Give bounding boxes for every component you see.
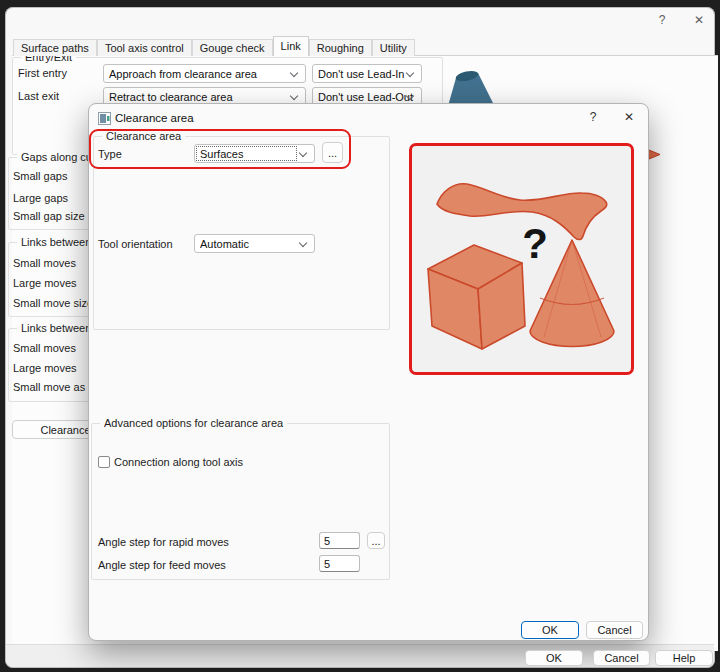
type-browse-button[interactable]: ... xyxy=(322,142,343,163)
small-gaps-label: Small gaps xyxy=(13,170,67,182)
tab-strip: Surface paths Tool axis control Gouge ch… xyxy=(13,39,415,56)
dialog-app-icon xyxy=(98,112,111,125)
dialog-close-icon[interactable]: ✕ xyxy=(621,109,637,125)
chevron-down-icon xyxy=(299,149,307,157)
tab-utility[interactable]: Utility xyxy=(372,39,415,56)
help-button[interactable]: Help xyxy=(655,650,713,666)
clearance-type-preview: ? ? xyxy=(409,143,634,375)
clearance-area-dialog: Clearance area ? ✕ Clearance area Type S… xyxy=(88,103,649,641)
large-gaps-label: Large gaps xyxy=(13,192,68,204)
window-help-icon[interactable]: ? xyxy=(654,12,670,28)
tab-tool-axis-control[interactable]: Tool axis control xyxy=(97,39,192,56)
small-moves-label: Small moves xyxy=(13,257,76,269)
tab-surface-paths[interactable]: Surface paths xyxy=(13,39,97,56)
tab-gouge-check[interactable]: Gouge check xyxy=(192,39,273,56)
chevron-down-icon xyxy=(290,69,298,77)
dialog-title: Clearance area xyxy=(115,112,194,124)
tool-orientation-dropdown[interactable]: Automatic xyxy=(194,234,315,253)
window-close-icon[interactable]: ✕ xyxy=(691,12,707,28)
angle-step-feed-input[interactable] xyxy=(319,555,360,572)
tool-preview-graphic xyxy=(448,68,498,104)
last-exit-value: Retract to clearance area xyxy=(109,91,251,103)
chevron-down-icon xyxy=(290,92,298,100)
focus-rect xyxy=(196,146,297,161)
type-dropdown[interactable]: Surfaces xyxy=(194,144,315,163)
angle-step-rapid-input[interactable] xyxy=(319,532,360,549)
clearance-area-group: Clearance area xyxy=(93,136,390,330)
cancel-button[interactable]: Cancel xyxy=(593,650,650,666)
ok-button[interactable]: OK xyxy=(525,650,583,666)
tab-roughing[interactable]: Roughing xyxy=(309,39,372,56)
type-label: Type xyxy=(98,148,122,160)
angle-step-feed-label: Angle step for feed moves xyxy=(98,559,226,571)
angle-step-browse-button[interactable]: ... xyxy=(367,532,385,549)
small-gap-size-label: Small gap size xyxy=(13,210,85,222)
first-entry-dropdown[interactable]: Approach from clearance area xyxy=(103,64,306,83)
chevron-down-icon xyxy=(299,239,307,247)
first-entry-label: First entry xyxy=(18,67,67,79)
last-exit-label: Last exit xyxy=(18,90,59,102)
dialog-ok-button[interactable]: OK xyxy=(521,621,579,639)
advanced-options-legend: Advanced options for clearance area xyxy=(100,417,287,429)
screen: ? ✕ Surface paths Tool axis control Goug… xyxy=(0,0,720,672)
first-entry-value: Approach from clearance area xyxy=(109,68,275,80)
gaps-legend: Gaps along cut xyxy=(17,151,99,163)
lead-in-dropdown[interactable]: Don't use Lead-In xyxy=(312,64,422,83)
question-mark-glyph: ? xyxy=(522,220,548,267)
small-move-size-label: Small move size xyxy=(13,297,93,309)
tool-orientation-label: Tool orientation xyxy=(98,238,173,250)
connection-along-tool-axis-label: Connection along tool axis xyxy=(114,456,243,468)
large-moves-label: Large moves xyxy=(13,277,77,289)
small-moves-label: Small moves xyxy=(13,342,76,354)
angle-step-rapid-label: Angle step for rapid moves xyxy=(98,536,229,548)
clearance-area-legend: Clearance area xyxy=(102,130,185,142)
connection-along-tool-axis-checkbox[interactable] xyxy=(98,456,110,468)
clearance-shapes-illustration: ? xyxy=(412,146,631,372)
large-moves-label: Large moves xyxy=(13,362,77,374)
dialog-cancel-button[interactable]: Cancel xyxy=(586,621,643,639)
dialog-help-icon[interactable]: ? xyxy=(585,109,601,125)
tab-link[interactable]: Link xyxy=(273,36,309,56)
tool-orientation-value: Automatic xyxy=(200,238,267,250)
